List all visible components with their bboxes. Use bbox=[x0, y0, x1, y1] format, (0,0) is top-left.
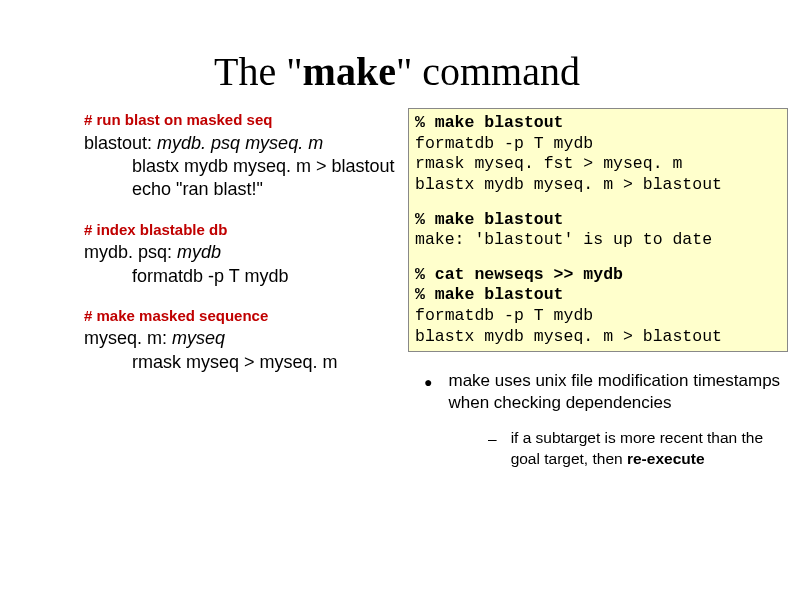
target-3-dep: myseq bbox=[172, 328, 225, 348]
term-line-5: % make blastout bbox=[415, 210, 564, 229]
right-column: % make blastout formatdb -p T mydb rmask… bbox=[408, 108, 788, 469]
target-1-dep1: mydb. psq bbox=[157, 133, 240, 153]
target-2-recipe-1: formatdb -p T mydb bbox=[84, 265, 404, 288]
slide-title: The "make" command bbox=[0, 48, 794, 95]
term-line-1: % make blastout bbox=[415, 113, 564, 132]
term-line-10: blastx mydb myseq. m > blastout bbox=[415, 327, 722, 346]
term-line-3: rmask myseq. fst > myseq. m bbox=[415, 154, 682, 173]
target-2-name: mydb. psq: bbox=[84, 242, 172, 262]
terminal-block: % make blastout formatdb -p T mydb rmask… bbox=[408, 108, 788, 352]
bullet-dot-icon: ● bbox=[408, 370, 432, 414]
bullet-1: ● make uses unix file modification times… bbox=[408, 370, 788, 414]
bullet-2-text: if a subtarget is more recent than the g… bbox=[511, 428, 788, 468]
comment-2: # index blastable db bbox=[84, 220, 404, 240]
target-1-recipe-1: blastx mydb myseq. m > blastout bbox=[84, 155, 404, 178]
target-3-name: myseq. m: bbox=[84, 328, 167, 348]
target-1: blastout: mydb. psq myseq. m bbox=[84, 132, 404, 155]
bullet-dash-icon: – bbox=[488, 428, 497, 468]
bullet-2-bold: re-execute bbox=[627, 450, 705, 467]
target-3-recipe-1: rmask myseq > myseq. m bbox=[84, 351, 404, 374]
target-3: myseq. m: myseq bbox=[84, 327, 404, 350]
target-1-name: blastout: bbox=[84, 133, 152, 153]
term-line-7: % cat newseqs >> mydb bbox=[415, 265, 623, 284]
term-line-2: formatdb -p T mydb bbox=[415, 134, 593, 153]
term-line-4: blastx mydb myseq. m > blastout bbox=[415, 175, 722, 194]
makefile-block: # run blast on masked seq blastout: mydb… bbox=[84, 104, 404, 374]
title-post: " command bbox=[396, 49, 580, 94]
title-bold: make bbox=[303, 49, 396, 94]
term-line-8: % make blastout bbox=[415, 285, 564, 304]
bullet-1-text: make uses unix file modification timesta… bbox=[448, 370, 788, 414]
target-1-recipe-2: echo "ran blast!" bbox=[84, 178, 404, 201]
target-1-dep2: myseq. m bbox=[245, 133, 323, 153]
bullet-2: – if a subtarget is more recent than the… bbox=[408, 428, 788, 468]
slide: The "make" command # run blast on masked… bbox=[0, 0, 794, 595]
bullets: ● make uses unix file modification times… bbox=[408, 370, 788, 468]
target-2: mydb. psq: mydb bbox=[84, 241, 404, 264]
term-line-6: make: 'blastout' is up to date bbox=[415, 230, 712, 249]
comment-1: # run blast on masked seq bbox=[84, 110, 404, 130]
target-2-dep: mydb bbox=[177, 242, 221, 262]
title-pre: The " bbox=[214, 49, 303, 94]
term-gap-1 bbox=[415, 196, 781, 210]
comment-3: # make masked sequence bbox=[84, 306, 404, 326]
term-line-9: formatdb -p T mydb bbox=[415, 306, 593, 325]
term-gap-2 bbox=[415, 251, 781, 265]
